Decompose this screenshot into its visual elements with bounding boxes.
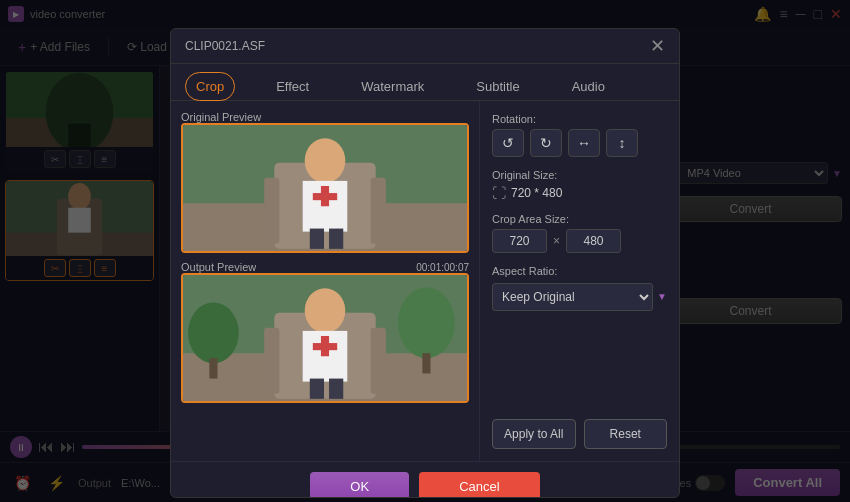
tab-subtitle[interactable]: Subtitle [465,72,530,101]
svg-point-25 [305,288,346,333]
original-size-label: Original Size: [492,169,667,181]
crop-area-label: Crop Area Size: [492,213,667,225]
original-size-value: 720 * 480 [511,186,562,200]
reset-button[interactable]: Reset [584,419,668,449]
svg-rect-30 [329,379,343,399]
svg-rect-34 [422,353,430,373]
svg-rect-18 [310,229,324,249]
dialog-body: Original Preview [171,101,679,461]
size-icon: ⛶ [492,185,506,201]
rotate-cw-button[interactable]: ↻ [530,129,562,157]
dialog-overlay: CLIP0021.ASF ✕ Crop Effect Watermark Sub… [0,0,850,502]
crop-dialog: CLIP0021.ASF ✕ Crop Effect Watermark Sub… [170,28,680,498]
timestamp: 00:01:00:07 [416,262,469,273]
output-preview-header: Output Preview 00:01:00:07 [181,261,469,273]
tab-audio[interactable]: Audio [561,72,616,101]
svg-point-33 [398,287,455,358]
rotation-section: Rotation: ↺ ↻ ↔ ↕ [492,113,667,157]
rotation-buttons: ↺ ↻ ↔ ↕ [492,129,667,157]
svg-rect-28 [313,343,337,350]
dialog-settings: Rotation: ↺ ↻ ↔ ↕ Original Size: ⛶ [479,101,679,461]
original-preview-label: Original Preview [181,111,469,123]
svg-rect-12 [264,178,279,244]
rotation-label: Rotation: [492,113,667,125]
apply-to-all-button[interactable]: Apply to All [492,419,576,449]
tab-effect[interactable]: Effect [265,72,320,101]
aspect-ratio-label: Aspect Ratio: [492,265,667,277]
rotate-ccw-button[interactable]: ↺ [492,129,524,157]
cancel-button[interactable]: Cancel [419,472,539,498]
output-preview-label: Output Preview [181,261,256,273]
svg-rect-17 [313,193,337,200]
original-preview-section: Original Preview [181,111,469,253]
svg-point-31 [188,303,239,364]
app-window: ▶ video converter 🔔 ≡ ─ □ ✕ + + Add File… [0,0,850,502]
aspect-drop-arrow: ▼ [657,291,667,302]
svg-rect-23 [264,328,279,394]
tab-watermark[interactable]: Watermark [350,72,435,101]
flip-v-button[interactable]: ↕ [606,129,638,157]
dialog-footer: OK Cancel [171,461,679,498]
svg-rect-32 [209,358,217,378]
original-preview-video [181,123,469,253]
crop-inputs: × [492,229,667,253]
original-size-section: Original Size: ⛶ 720 * 480 [492,169,667,201]
tab-crop[interactable]: Crop [185,72,235,101]
dialog-preview: Original Preview [171,101,479,461]
dialog-close-button[interactable]: ✕ [650,37,665,55]
aspect-ratio-section: Aspect Ratio: Keep Original 16:9 4:3 1:1… [492,265,667,311]
svg-rect-19 [329,229,343,249]
crop-height-input[interactable] [566,229,621,253]
svg-rect-24 [371,328,386,394]
flip-h-button[interactable]: ↔ [568,129,600,157]
dialog-action-row: Apply to All Reset [492,419,667,449]
crop-x-separator: × [553,234,560,248]
ok-button[interactable]: OK [310,472,409,498]
original-size-row: ⛶ 720 * 480 [492,185,667,201]
dialog-filename: CLIP0021.ASF [185,39,265,53]
dialog-header: CLIP0021.ASF ✕ [171,29,679,64]
svg-point-14 [305,138,346,183]
crop-area-section: Crop Area Size: × [492,213,667,253]
svg-rect-29 [310,379,324,399]
output-preview-section: Output Preview 00:01:00:07 [181,261,469,403]
svg-rect-13 [371,178,386,244]
aspect-ratio-select[interactable]: Keep Original 16:9 4:3 1:1 Custom [492,283,653,311]
crop-width-input[interactable] [492,229,547,253]
aspect-ratio-row: Keep Original 16:9 4:3 1:1 Custom ▼ [492,281,667,311]
dialog-tabs: Crop Effect Watermark Subtitle Audio [171,64,679,101]
output-preview-video [181,273,469,403]
